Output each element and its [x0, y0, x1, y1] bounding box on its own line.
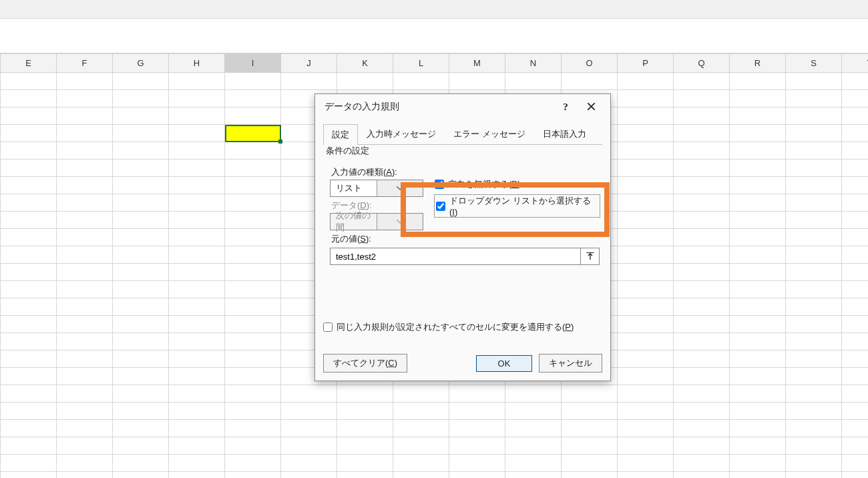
- close-button[interactable]: [578, 101, 604, 113]
- cell[interactable]: [618, 264, 674, 281]
- cell[interactable]: [281, 455, 337, 472]
- cell[interactable]: [730, 160, 786, 177]
- cell[interactable]: [786, 160, 842, 177]
- cell[interactable]: [1, 142, 57, 160]
- cell[interactable]: [562, 385, 618, 403]
- cell[interactable]: [618, 177, 674, 194]
- cell[interactable]: [169, 298, 225, 316]
- cell[interactable]: [618, 420, 674, 437]
- column-header[interactable]: O: [562, 54, 618, 73]
- cell[interactable]: [57, 246, 113, 264]
- cell[interactable]: [393, 73, 449, 90]
- cell[interactable]: [618, 142, 674, 160]
- cell[interactable]: [842, 333, 869, 350]
- cell[interactable]: [1, 455, 57, 472]
- allow-select[interactable]: リスト: [330, 180, 423, 197]
- cell[interactable]: [57, 212, 113, 229]
- cell[interactable]: [225, 246, 281, 264]
- cell[interactable]: [730, 264, 786, 281]
- cell[interactable]: [113, 385, 169, 403]
- cell[interactable]: [786, 298, 842, 316]
- cell[interactable]: [113, 368, 169, 385]
- cell[interactable]: [842, 316, 869, 333]
- cell[interactable]: [169, 437, 225, 455]
- cell[interactable]: [618, 368, 674, 385]
- cell[interactable]: [618, 107, 674, 125]
- cell[interactable]: [842, 177, 869, 194]
- cell[interactable]: [225, 90, 281, 107]
- cell[interactable]: [1, 350, 57, 368]
- cell[interactable]: [786, 107, 842, 125]
- cell[interactable]: [674, 437, 730, 455]
- cell[interactable]: [674, 177, 730, 194]
- cell[interactable]: [618, 73, 674, 90]
- cell[interactable]: [842, 403, 869, 420]
- cell[interactable]: [57, 264, 113, 281]
- cell[interactable]: [1, 229, 57, 246]
- cell[interactable]: [1, 298, 57, 316]
- cell[interactable]: [674, 194, 730, 212]
- cell[interactable]: [562, 455, 618, 472]
- cell[interactable]: [57, 333, 113, 350]
- cell[interactable]: [57, 403, 113, 420]
- cell[interactable]: [169, 368, 225, 385]
- cell[interactable]: [786, 368, 842, 385]
- cell[interactable]: [842, 281, 869, 298]
- cell[interactable]: [674, 385, 730, 403]
- cell[interactable]: [1, 420, 57, 437]
- cell[interactable]: [225, 368, 281, 385]
- cell[interactable]: [786, 73, 842, 90]
- cell[interactable]: [674, 264, 730, 281]
- cell[interactable]: [337, 472, 393, 479]
- cell[interactable]: [786, 420, 842, 437]
- cell[interactable]: [786, 281, 842, 298]
- cell[interactable]: [505, 385, 562, 403]
- cell[interactable]: [618, 281, 674, 298]
- cell[interactable]: [842, 298, 869, 316]
- cell[interactable]: [225, 177, 281, 194]
- range-picker-button[interactable]: [581, 248, 600, 265]
- cell[interactable]: [393, 420, 449, 437]
- cell[interactable]: [786, 350, 842, 368]
- cell[interactable]: [842, 160, 869, 177]
- cell[interactable]: [674, 350, 730, 368]
- column-header[interactable]: H: [169, 54, 225, 73]
- cell[interactable]: [618, 316, 674, 333]
- cell[interactable]: [1, 90, 57, 107]
- cell[interactable]: [842, 229, 869, 246]
- cell[interactable]: [57, 350, 113, 368]
- column-header[interactable]: R: [730, 54, 786, 73]
- cell[interactable]: [730, 437, 786, 455]
- cell[interactable]: [842, 125, 869, 142]
- cell[interactable]: [1, 472, 57, 479]
- cell[interactable]: [169, 160, 225, 177]
- cell[interactable]: [618, 455, 674, 472]
- clear-all-button[interactable]: すべてクリア(C): [323, 354, 407, 373]
- cell[interactable]: [449, 420, 505, 437]
- cell[interactable]: [113, 246, 169, 264]
- column-header[interactable]: I: [225, 54, 281, 73]
- cell[interactable]: [730, 90, 786, 107]
- cell[interactable]: [57, 160, 113, 177]
- cell[interactable]: [393, 437, 449, 455]
- cell[interactable]: [786, 177, 842, 194]
- cell[interactable]: [505, 73, 562, 90]
- cell[interactable]: [730, 455, 786, 472]
- cell[interactable]: [281, 437, 337, 455]
- cell[interactable]: [730, 73, 786, 90]
- cell[interactable]: [169, 403, 225, 420]
- cell[interactable]: [393, 403, 449, 420]
- cell[interactable]: [113, 142, 169, 160]
- cell[interactable]: [674, 316, 730, 333]
- cell[interactable]: [842, 73, 869, 90]
- dropdown-checkbox[interactable]: ドロップダウン リストから選択する(I): [435, 195, 600, 217]
- cell[interactable]: [674, 125, 730, 142]
- cell[interactable]: [674, 90, 730, 107]
- cell[interactable]: [842, 90, 869, 107]
- cell[interactable]: [225, 403, 281, 420]
- cell[interactable]: [842, 194, 869, 212]
- cell[interactable]: [674, 368, 730, 385]
- cell[interactable]: [57, 472, 113, 479]
- apply-all-checkbox[interactable]: 同じ入力規則が設定されたすべてのセルに変更を適用する(P): [323, 321, 574, 333]
- cell[interactable]: [618, 298, 674, 316]
